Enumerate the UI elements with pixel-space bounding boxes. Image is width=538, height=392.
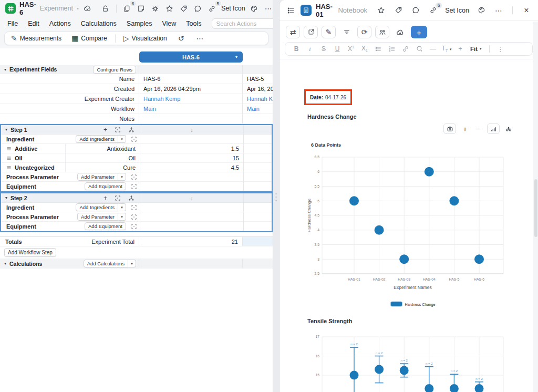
- add-button[interactable]: Add Ingredients: [76, 203, 118, 211]
- step-header[interactable]: ▾Step 1+↓: [1, 125, 272, 135]
- collapse-caret-icon[interactable]: ▾: [1, 127, 11, 132]
- camera-icon[interactable]: [443, 123, 456, 134]
- fill-down-icon[interactable]: ↓: [140, 127, 243, 133]
- collapse-caret-icon[interactable]: ▾: [0, 67, 9, 72]
- focus-icon[interactable]: [114, 193, 121, 202]
- app-logo-icon[interactable]: [5, 3, 16, 14]
- ordered-list-icon[interactable]: [385, 45, 399, 53]
- external-link-icon[interactable]: [304, 26, 318, 38]
- set-icon-button[interactable]: Set Icon: [445, 7, 469, 14]
- swap-icon[interactable]: ⇄: [286, 26, 300, 38]
- panel-divider[interactable]: [273, 0, 279, 392]
- add-caret-button[interactable]: ▾: [118, 203, 126, 211]
- add-block-button[interactable]: +: [411, 26, 427, 38]
- ingredient-value-has6[interactable]: 4.5: [140, 164, 243, 171]
- field-value-has6[interactable]: Main: [139, 106, 160, 112]
- close-panel-icon[interactable]: ×: [521, 5, 532, 16]
- collapse-caret-icon[interactable]: ▾: [0, 261, 9, 266]
- more-menu-icon[interactable]: ⋯: [493, 5, 504, 16]
- add-row-icon[interactable]: +: [104, 127, 107, 133]
- menu-item-file[interactable]: File: [7, 20, 18, 27]
- superscript-button[interactable]: X1: [344, 45, 358, 53]
- menu-item-tools[interactable]: Tools: [186, 20, 201, 27]
- tag-icon[interactable]: [179, 3, 189, 14]
- collapse-caret-icon[interactable]: ▾: [1, 195, 11, 200]
- italic-button[interactable]: i: [303, 45, 317, 53]
- add-button[interactable]: Add Ingredients: [76, 135, 118, 143]
- distribute-icon[interactable]: [128, 125, 134, 134]
- add-caret-button[interactable]: ▾: [118, 135, 126, 143]
- unlock-icon[interactable]: [100, 3, 111, 14]
- link-icon[interactable]: 5: [207, 3, 218, 14]
- focus-icon[interactable]: [130, 203, 137, 212]
- signal-icon[interactable]: [487, 123, 500, 134]
- field-value-has5[interactable]: Main: [243, 106, 264, 112]
- add-caret-button[interactable]: ▾: [118, 213, 126, 221]
- pencil-icon[interactable]: ✎: [322, 26, 336, 38]
- decrease-font-button[interactable]: —: [426, 45, 440, 53]
- add-caret-button[interactable]: ▾: [118, 173, 126, 181]
- underline-button[interactable]: U: [330, 45, 344, 53]
- field-value-has6[interactable]: Hannah Kemp: [139, 96, 184, 102]
- configure-rows-button[interactable]: Configure Rows: [93, 66, 136, 74]
- ingredient-value-has6[interactable]: 15: [140, 155, 243, 161]
- bullet-list-icon[interactable]: [371, 45, 385, 53]
- menu-item-edit[interactable]: Edit: [28, 20, 39, 27]
- zoom-out-icon[interactable]: −: [474, 125, 482, 133]
- note-icon[interactable]: [136, 3, 147, 14]
- tensile-strength-chart[interactable]: 17161514Tensile Strengthn = 2n = 2n = 2n…: [306, 330, 526, 392]
- palette-icon[interactable]: [476, 5, 487, 16]
- focus-icon[interactable]: [130, 172, 137, 181]
- link-icon[interactable]: 6: [428, 5, 438, 16]
- add-calculations-button[interactable]: Add Calculations: [84, 260, 128, 267]
- people-icon[interactable]: [375, 26, 389, 38]
- focus-icon[interactable]: [130, 135, 137, 143]
- star-icon[interactable]: [164, 3, 175, 14]
- helm-icon[interactable]: [150, 3, 161, 14]
- refresh-icon[interactable]: ⟳: [357, 26, 371, 38]
- fit-dropdown[interactable]: Fit ▾: [467, 46, 485, 52]
- focus-icon[interactable]: [130, 212, 137, 221]
- palette-icon[interactable]: [249, 3, 260, 14]
- focus-icon[interactable]: [114, 125, 121, 134]
- fill-down-icon[interactable]: ↓: [140, 195, 243, 201]
- toolbar-more-icon[interactable]: ⋯: [196, 35, 203, 42]
- zoom-in-icon[interactable]: +: [461, 125, 469, 133]
- undo-icon[interactable]: ↺: [178, 35, 184, 42]
- add-button[interactable]: Add Parameter: [77, 213, 118, 221]
- ingredient-value-has6[interactable]: 1.5: [140, 146, 243, 152]
- add-button[interactable]: Add Parameter: [77, 173, 118, 181]
- resize-handle[interactable]: [275, 192, 277, 202]
- visualization-button[interactable]: ▷ Visualization: [123, 35, 167, 42]
- toc-icon[interactable]: [286, 5, 296, 16]
- focus-icon[interactable]: [130, 222, 137, 231]
- experiment-column-header[interactable]: HAS-6▾: [139, 51, 243, 63]
- add-button[interactable]: Add Equipment: [85, 222, 126, 230]
- filter-icon[interactable]: [339, 26, 354, 38]
- comment-icon[interactable]: [193, 3, 203, 14]
- date-highlight-box[interactable]: Date: 04-17-26: [304, 89, 352, 105]
- kebab-menu-icon[interactable]: ⋮: [494, 45, 508, 53]
- bold-button[interactable]: B: [289, 45, 303, 53]
- more-menu-icon[interactable]: ⋯: [263, 3, 274, 14]
- cloud-download-icon[interactable]: [393, 26, 407, 38]
- add-workflow-step-button[interactable]: Add Workflow Step: [4, 248, 56, 257]
- field-value-has5[interactable]: Hannah K: [243, 96, 273, 102]
- focus-icon[interactable]: [130, 182, 137, 191]
- star-icon[interactable]: [376, 5, 386, 16]
- menu-item-calculations[interactable]: Calculations: [81, 20, 117, 27]
- menu-item-view[interactable]: View: [162, 20, 176, 27]
- notebook-scrollbar[interactable]: [533, 22, 538, 392]
- distribute-icon[interactable]: [128, 193, 134, 202]
- tag-icon[interactable]: [393, 5, 404, 16]
- subscript-button[interactable]: X1: [358, 45, 371, 53]
- link-button[interactable]: [399, 45, 412, 53]
- scrollbar-thumb[interactable]: [534, 179, 537, 237]
- increase-font-button[interactable]: +: [453, 45, 467, 53]
- menu-item-samples[interactable]: Samples: [127, 20, 152, 27]
- comment-icon[interactable]: [410, 5, 421, 16]
- menu-item-actions[interactable]: Actions: [49, 20, 71, 27]
- compare-button[interactable]: ▦ Compare: [71, 35, 107, 42]
- text-size-button[interactable]: TT ▾: [440, 45, 453, 53]
- measurements-button[interactable]: ✎ Measurements: [11, 35, 61, 42]
